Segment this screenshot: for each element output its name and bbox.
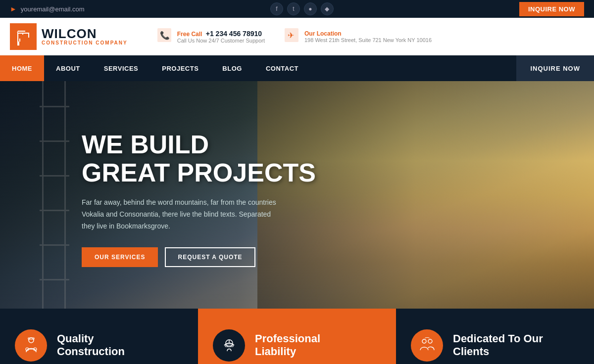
svg-rect-15 bbox=[40, 140, 69, 142]
svg-text:📞: 📞 bbox=[160, 31, 170, 40]
svg-rect-14 bbox=[40, 106, 69, 107]
nav-inquire-button[interactable]: INQUIRE NOW bbox=[516, 55, 594, 81]
header-contact-info: 📞 Free Call +1 234 456 78910 Call Us Now… bbox=[157, 28, 584, 45]
svg-rect-18 bbox=[40, 244, 69, 246]
free-call-text: Free Call bbox=[177, 31, 202, 38]
card-title-quality: Quality Construction bbox=[57, 332, 125, 359]
svg-rect-6 bbox=[18, 31, 25, 32]
location-info: ✈ Our Location 198 West 21th Street, Sui… bbox=[285, 28, 432, 45]
our-services-button[interactable]: OUR SERVICES bbox=[82, 247, 158, 267]
card-title-ded-line2: Clients bbox=[453, 345, 489, 358]
card-title-line2: Construction bbox=[57, 345, 125, 358]
main-navbar: HOME ABOUT SERVICES PROJECTS BLOG CONTAC… bbox=[0, 55, 594, 81]
svg-rect-13 bbox=[64, 81, 66, 309]
top-bar-inquire[interactable]: INQUIRE NOW bbox=[519, 2, 584, 16]
hard-hat-icon bbox=[220, 336, 238, 354]
site-header: WILCON CONSTRUCTION COMPANY 📞 Free Call … bbox=[0, 18, 594, 55]
hero-title: WE BUILD GREAT PROJECTS bbox=[82, 131, 316, 187]
logo-name: WILCON bbox=[42, 27, 128, 40]
hero-title-line1: WE BUILD bbox=[82, 131, 316, 159]
nav-item-about[interactable]: ABOUT bbox=[44, 55, 92, 81]
map-phone-icon: 📞 bbox=[157, 28, 171, 42]
logo[interactable]: WILCON CONSTRUCTION COMPANY bbox=[10, 23, 128, 50]
instagram-icon[interactable]: ● bbox=[304, 2, 317, 15]
professional-liability-icon bbox=[213, 329, 245, 362]
svg-rect-17 bbox=[40, 210, 69, 211]
svg-line-7 bbox=[17, 31, 18, 33]
nav-item-contact[interactable]: CONTACT bbox=[254, 55, 310, 81]
svg-point-29 bbox=[428, 339, 432, 343]
nav-item-projects[interactable]: PROJECTS bbox=[150, 55, 210, 81]
hero-description: Far far away, behind the word mountains,… bbox=[82, 197, 280, 232]
svg-rect-16 bbox=[40, 175, 69, 177]
twitter-icon[interactable]: t bbox=[287, 2, 300, 15]
hero-buttons: OUR SERVICES REQUEST A QUOTE bbox=[82, 247, 316, 267]
svg-rect-26 bbox=[225, 345, 233, 347]
card-quality-construction[interactable]: Quality Construction bbox=[0, 309, 198, 364]
nav-items-list: HOME ABOUT SERVICES PROJECTS BLOG CONTAC… bbox=[0, 55, 516, 81]
card-title-dedicated: Dedicated To Our Clients bbox=[453, 332, 543, 359]
logo-text: WILCON CONSTRUCTION COMPANY bbox=[42, 27, 128, 46]
svg-rect-19 bbox=[40, 279, 69, 280]
location-text-block: Our Location 198 West 21th Street, Suite… bbox=[304, 30, 432, 43]
top-bar: ► youremail@email.com f t ● ◆ INQUIRE NO… bbox=[0, 0, 594, 18]
svg-point-20 bbox=[29, 338, 34, 343]
email-text: youremail@email.com bbox=[21, 5, 85, 13]
free-call-label: Free Call +1 234 456 78910 bbox=[177, 30, 265, 38]
card-professional-liability[interactable]: Professional Liability bbox=[198, 309, 396, 364]
call-subtitle: Call Us Now 24/7 Customer Support bbox=[177, 38, 265, 44]
phone-number: +1 234 456 78910 bbox=[206, 30, 262, 38]
svg-rect-4 bbox=[19, 39, 20, 42]
quality-construction-icon bbox=[15, 329, 47, 362]
svg-rect-1 bbox=[17, 33, 18, 43]
hero-title-line2: GREAT PROJECTS bbox=[82, 159, 316, 187]
card-title-line1: Quality bbox=[57, 332, 94, 345]
crane-icon bbox=[14, 28, 32, 46]
worker-icon bbox=[22, 336, 40, 354]
dedicated-clients-icon bbox=[411, 329, 443, 362]
nav-item-services[interactable]: SERVICES bbox=[92, 55, 150, 81]
dedicated-clients-text: Dedicated To Our Clients bbox=[453, 332, 543, 359]
logo-subtitle: CONSTRUCTION COMPANY bbox=[42, 40, 128, 46]
social-links: f t ● ◆ bbox=[270, 2, 334, 15]
professional-liability-text: Professional Liability bbox=[255, 332, 320, 359]
location-icon: ✈ bbox=[285, 28, 298, 45]
svg-rect-5 bbox=[22, 34, 23, 35]
location-value: 198 West 21th Street, Suite 721 New York… bbox=[304, 37, 432, 43]
hero-section: WE BUILD GREAT PROJECTS Far far away, be… bbox=[0, 81, 594, 309]
card-title-pro-line2: Liability bbox=[255, 345, 296, 358]
svg-point-28 bbox=[422, 339, 426, 343]
card-title-professional: Professional Liability bbox=[255, 332, 320, 359]
card-title-pro-line1: Professional bbox=[255, 332, 320, 345]
nav-item-blog[interactable]: BLOG bbox=[210, 55, 254, 81]
quality-construction-text: Quality Construction bbox=[57, 332, 125, 359]
svg-rect-2 bbox=[17, 33, 29, 34]
card-title-ded-line1: Dedicated To Our bbox=[453, 332, 543, 345]
top-bar-email-section: ► youremail@email.com bbox=[10, 5, 85, 13]
inquire-top-button[interactable]: INQUIRE NOW bbox=[519, 2, 584, 16]
team-icon bbox=[418, 336, 436, 354]
phone-text-block: Free Call +1 234 456 78910 Call Us Now 2… bbox=[177, 30, 265, 44]
svg-text:✈: ✈ bbox=[288, 31, 294, 40]
nav-item-home[interactable]: HOME bbox=[0, 55, 44, 81]
phone-icon: 📞 bbox=[157, 28, 171, 45]
facebook-icon[interactable]: f bbox=[270, 2, 283, 15]
scaffold-left bbox=[40, 81, 69, 309]
logo-icon bbox=[10, 23, 37, 50]
bottom-cards-section: Quality Construction Professional Liabil… bbox=[0, 309, 594, 364]
map-marker-icon: ✈ bbox=[285, 28, 298, 42]
dribbble-icon[interactable]: ◆ bbox=[321, 2, 334, 15]
location-label: Our Location bbox=[304, 30, 432, 37]
svg-rect-12 bbox=[42, 81, 44, 309]
hero-content: WE BUILD GREAT PROJECTS Far far away, be… bbox=[82, 131, 316, 267]
request-quote-button[interactable]: REQUEST A QUOTE bbox=[165, 247, 255, 267]
card-dedicated-clients[interactable]: Dedicated To Our Clients bbox=[396, 309, 594, 364]
send-icon: ► bbox=[10, 5, 17, 13]
svg-rect-3 bbox=[28, 34, 29, 38]
phone-info: 📞 Free Call +1 234 456 78910 Call Us Now… bbox=[157, 28, 265, 45]
